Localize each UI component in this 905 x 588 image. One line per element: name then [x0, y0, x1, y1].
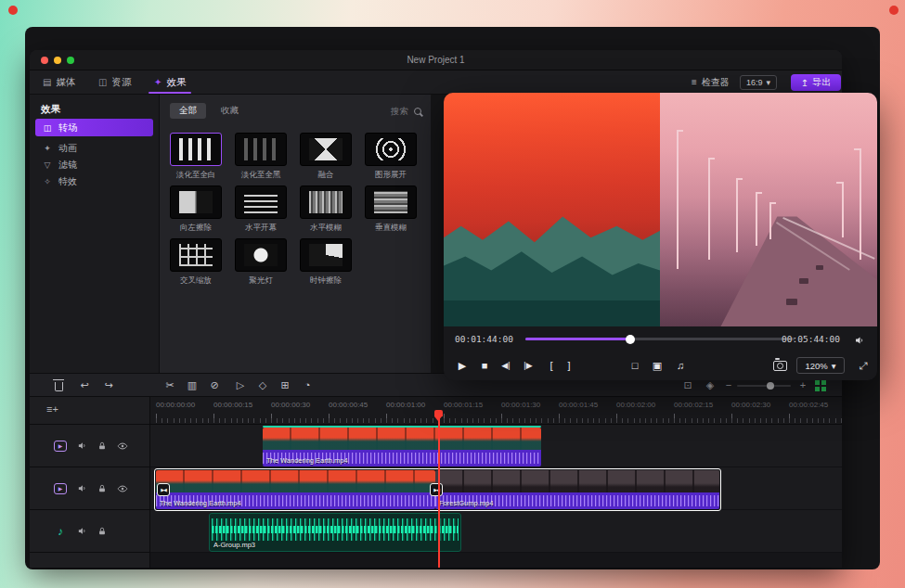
effect-label: 图形展开: [362, 170, 420, 181]
window-title: New Project 1: [30, 50, 842, 70]
timeline-clip-audio[interactable]: A-Group.mp3: [209, 513, 461, 552]
music-button[interactable]: ♫: [671, 351, 690, 380]
stop-button[interactable]: ■: [475, 351, 494, 380]
effect-card-fade-to-white[interactable]: 淡化至全白: [167, 133, 225, 181]
fullscreen-button[interactable]: ⤢: [854, 351, 873, 380]
snapshot-button[interactable]: [770, 351, 789, 380]
clip-thumbnails: [156, 470, 435, 492]
crop-button[interactable]: ▥: [184, 374, 200, 396]
effect-card-vertical-blur[interactable]: 垂直模糊: [362, 185, 420, 234]
crop-button[interactable]: □: [626, 351, 644, 380]
tab-favorites[interactable]: 收藏: [212, 103, 248, 119]
audio-track-icon[interactable]: ♪: [54, 525, 67, 538]
effect-label: 淡化至全黑: [232, 170, 290, 181]
attach-button[interactable]: ⊘: [206, 374, 223, 396]
effect-card-fade-to-black[interactable]: 淡化至全黑: [232, 133, 290, 181]
speed-button[interactable]: ◔: [299, 374, 316, 396]
effect-card-clock-wipe[interactable]: 时钟擦除: [297, 238, 355, 287]
effect-card-cross-zoom[interactable]: 交叉缩放: [167, 238, 225, 287]
seek-slider[interactable]: [525, 338, 795, 340]
tab-all[interactable]: 全部: [170, 103, 206, 119]
scissors-icon: ✂: [165, 379, 174, 391]
mark-in-button[interactable]: [: [542, 351, 561, 380]
inspector-button[interactable]: ≡ 检查器: [692, 70, 730, 94]
mark-out-button[interactable]: ]: [560, 351, 578, 380]
sidebar-item-label: 滤镜: [58, 159, 77, 172]
effect-card-spotlight[interactable]: 聚光灯: [232, 238, 290, 287]
mute-track-button[interactable]: [77, 526, 87, 536]
export-frame-button[interactable]: ⊞: [277, 374, 293, 396]
effect-card-horizontal-open[interactable]: 水平开幕: [232, 185, 290, 234]
export-frame-icon: ⊞: [280, 379, 289, 391]
transform-button[interactable]: ▣: [648, 351, 666, 380]
play-button[interactable]: ▶: [453, 351, 472, 380]
seek-knob[interactable]: [626, 335, 635, 344]
sidebar-item-label: 动画: [58, 142, 77, 155]
transition-indicator[interactable]: ▶◀: [157, 483, 170, 496]
previous-frame-button[interactable]: ◀|: [497, 351, 515, 380]
top-toolbar: ▤ 媒体 ◫ 资源 ✦ 效果 ≡ 检查器 16:9 ▾ ↥ 导出: [30, 70, 842, 95]
hide-track-button[interactable]: [117, 483, 128, 494]
timeline-zoom-slider[interactable]: [737, 385, 791, 387]
sidebar-item-filters[interactable]: ▽ 滤镜: [35, 156, 153, 173]
marker-button[interactable]: ◇: [254, 374, 271, 396]
playhead[interactable]: [438, 412, 440, 568]
preview-zoom-select[interactable]: 120% ▾: [796, 357, 845, 374]
mute-track-button[interactable]: [77, 441, 87, 451]
tab-effects[interactable]: ✦ 效果: [154, 70, 186, 94]
preview-transport: 00:01:44:00 00:05:44:00: [444, 326, 877, 351]
timeline-clip-video-2b[interactable]: ForestGump.mp4: [435, 470, 719, 509]
timeline-clip-video-2a[interactable]: The Wandering Earth.mp4: [156, 470, 435, 509]
delete-button[interactable]: [50, 374, 67, 396]
blend-icon: [300, 133, 352, 166]
animation-icon: ✦: [43, 144, 52, 153]
timeline-clip-video-1[interactable]: The Wandering Earth.mp4: [263, 428, 541, 467]
search-icon: [414, 108, 421, 115]
track-manager-toggle-icon[interactable]: [815, 380, 826, 391]
timeline-ruler[interactable]: 00:00:00:00 00:00:00:15 00:00:00:30 00:0…: [150, 397, 842, 425]
tab-media[interactable]: ▤ 媒体: [43, 70, 75, 94]
sidebar-item-animation[interactable]: ✦ 动画: [35, 139, 153, 157]
video-track-icon[interactable]: ▶: [54, 441, 67, 452]
video-track-icon[interactable]: ▶: [54, 483, 67, 494]
add-track-button[interactable]: ≡+: [46, 403, 58, 415]
tab-label: 收藏: [221, 105, 239, 117]
effect-card-blend[interactable]: 融合: [297, 133, 355, 181]
keyframe-icon: ◈: [706, 379, 714, 391]
transition-indicator[interactable]: ▶◀: [430, 483, 443, 496]
mountain-silhouette: [444, 93, 660, 326]
wallpaper-dot-left: [8, 6, 18, 15]
lock-track-button[interactable]: [97, 527, 107, 536]
sidebar-item-transitions[interactable]: ◫ 转场: [35, 119, 153, 136]
search-input[interactable]: [351, 106, 408, 116]
seek-progress: [525, 338, 630, 340]
effect-card-horizontal-blur[interactable]: 水平模糊: [297, 185, 355, 234]
snap-icon: ⊡: [683, 379, 692, 391]
redo-button[interactable]: ↪: [100, 374, 117, 396]
hide-track-button[interactable]: [117, 441, 128, 452]
search-box: [351, 103, 421, 119]
render-preview-button[interactable]: ▷: [232, 374, 249, 396]
split-button[interactable]: ✂: [162, 374, 178, 396]
volume-button[interactable]: [854, 333, 865, 350]
export-button[interactable]: ↥ 导出: [791, 74, 841, 91]
undo-button[interactable]: ↩: [76, 374, 93, 396]
fade-to-white-icon: [170, 133, 222, 166]
lock-track-button[interactable]: [97, 484, 107, 493]
slider-knob[interactable]: [767, 382, 774, 390]
spotlight-icon: [235, 238, 287, 272]
aspect-ratio-select[interactable]: 16:9 ▾: [740, 75, 777, 90]
next-frame-button[interactable]: |▶: [519, 351, 537, 380]
lamp-post: [842, 182, 844, 237]
effect-card-shape-expand[interactable]: 图形展开: [362, 133, 420, 181]
mute-track-button[interactable]: [77, 483, 87, 493]
clip-name: The Wandering Earth.mp4: [160, 499, 241, 507]
sidebar-item-special-effects[interactable]: ✧ 特效: [35, 173, 153, 190]
track-header-video-1: ▶: [30, 425, 149, 467]
effect-card-wipe-left[interactable]: 向左擦除: [167, 185, 225, 234]
lamp-post: [860, 148, 861, 260]
inspector-label: 检查器: [702, 76, 730, 89]
lock-track-button[interactable]: [97, 441, 107, 451]
preview-controls: ▶ ■ ◀| |▶ [ ] □ ▣ ♫ 120% ▾ ⤢: [444, 351, 877, 380]
tab-resources[interactable]: ◫ 资源: [98, 70, 131, 94]
